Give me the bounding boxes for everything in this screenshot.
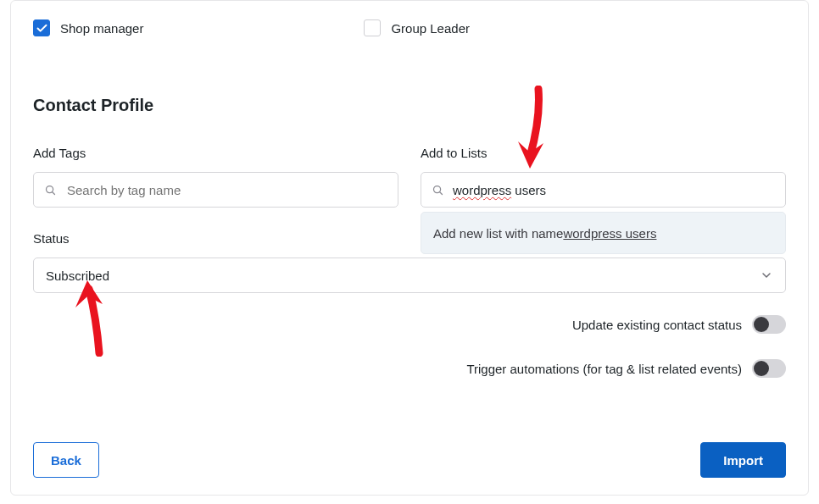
tags-search-input[interactable] <box>33 172 398 208</box>
toggle-trigger-automations[interactable] <box>752 359 786 378</box>
toggle-update-status-row: Update existing contact status <box>572 315 786 334</box>
toggle-knob <box>754 361 769 376</box>
tags-input-field[interactable] <box>65 182 387 198</box>
checkbox-group-leader[interactable] <box>364 19 381 36</box>
lists-label: Add to Lists <box>421 146 786 160</box>
import-button[interactable]: Import <box>700 442 786 478</box>
toggle-trigger-automations-row: Trigger automations (for tag & list rela… <box>466 359 786 378</box>
chevron-down-icon <box>760 269 773 282</box>
suggestion-name: wordpress users <box>563 226 656 241</box>
lists-input-value: wordpress users <box>453 183 546 197</box>
toggle-trigger-automations-label: Trigger automations (for tag & list rela… <box>466 362 742 376</box>
lists-input-rest: users <box>511 183 546 197</box>
role-shop-manager-label: Shop manager <box>60 21 143 36</box>
toggle-knob <box>754 317 769 332</box>
tags-label: Add Tags <box>33 146 398 160</box>
check-icon <box>36 22 48 35</box>
lists-input-misspell: wordpress <box>453 183 511 197</box>
tag-list-row: Add Tags Add to Lists wordpress users Ad… <box>33 146 786 208</box>
footer: Back Import <box>33 442 786 478</box>
status-select[interactable]: Subscribed <box>33 258 786 293</box>
checkbox-shop-manager[interactable] <box>33 19 50 36</box>
add-new-list-suggestion[interactable]: Add new list with name wordpress users <box>421 212 786 254</box>
suggestion-prefix: Add new list with name <box>433 226 563 241</box>
role-group-leader[interactable]: Group Leader <box>364 19 470 36</box>
search-icon <box>432 184 444 197</box>
role-shop-manager[interactable]: Shop manager <box>33 19 143 36</box>
tags-column: Add Tags <box>33 146 398 208</box>
lists-search-input[interactable]: wordpress users <box>421 172 786 208</box>
svg-line-1 <box>53 191 55 194</box>
back-button[interactable]: Back <box>33 442 99 478</box>
roles-row: Shop manager Group Leader <box>33 19 786 36</box>
status-selected-value: Subscribed <box>46 269 109 283</box>
search-icon <box>44 184 57 197</box>
toggle-rows: Update existing contact status Trigger a… <box>33 315 786 378</box>
svg-line-3 <box>440 191 443 194</box>
toggle-update-status[interactable] <box>752 315 786 334</box>
lists-column: Add to Lists wordpress users Add new lis… <box>421 146 786 208</box>
toggle-update-status-label: Update existing contact status <box>572 318 742 332</box>
section-title: Contact Profile <box>33 96 786 115</box>
contact-profile-panel: Shop manager Group Leader Contact Profil… <box>10 0 809 496</box>
role-group-leader-label: Group Leader <box>391 21 470 36</box>
